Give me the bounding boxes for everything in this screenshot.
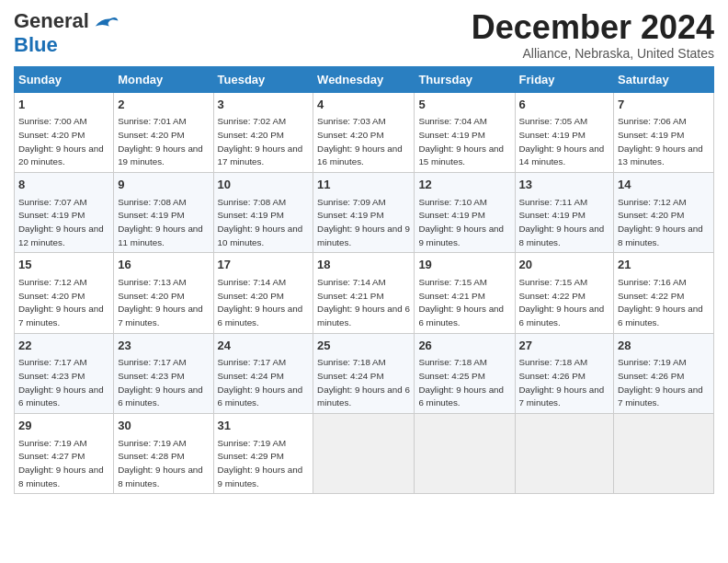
calendar-cell: 11Sunrise: 7:09 AMSunset: 4:19 PMDayligh… [313,172,415,252]
day-number: 10 [218,177,310,193]
day-number: 30 [118,418,209,434]
day-info: Sunrise: 7:02 AMSunset: 4:20 PMDaylight:… [218,116,303,167]
calendar-cell: 10Sunrise: 7:08 AMSunset: 4:19 PMDayligh… [213,172,313,252]
day-number: 9 [118,177,209,193]
calendar-cell: 1Sunrise: 7:00 AMSunset: 4:20 PMDaylight… [15,92,114,172]
day-info: Sunrise: 7:19 AMSunset: 4:29 PMDaylight:… [218,438,303,488]
calendar-cell: 17Sunrise: 7:14 AMSunset: 4:20 PMDayligh… [213,253,313,333]
day-header-thursday: Thursday [415,66,515,92]
calendar-cell: 4Sunrise: 7:03 AMSunset: 4:20 PMDaylight… [313,92,415,172]
calendar-cell: 20Sunrise: 7:15 AMSunset: 4:22 PMDayligh… [515,253,614,333]
day-number: 22 [18,338,109,354]
day-number: 2 [118,97,209,113]
calendar-week-5: 29Sunrise: 7:19 AMSunset: 4:27 PMDayligh… [15,414,714,494]
day-number: 5 [418,97,510,113]
day-number: 28 [618,338,710,354]
day-number: 16 [118,257,209,273]
calendar-cell [614,414,714,494]
calendar-cell: 5Sunrise: 7:04 AMSunset: 4:19 PMDaylight… [415,92,515,172]
day-header-monday: Monday [114,66,213,92]
calendar-cell: 7Sunrise: 7:06 AMSunset: 4:19 PMDaylight… [614,92,714,172]
day-info: Sunrise: 7:05 AMSunset: 4:19 PMDaylight:… [519,116,605,167]
day-header-saturday: Saturday [614,66,714,92]
day-number: 12 [418,177,510,193]
day-number: 29 [18,418,109,434]
day-header-tuesday: Tuesday [213,66,313,92]
day-info: Sunrise: 7:13 AMSunset: 4:20 PMDaylight:… [118,277,203,327]
calendar-cell: 15Sunrise: 7:12 AMSunset: 4:20 PMDayligh… [15,253,114,333]
day-number: 6 [519,97,610,113]
calendar-cell: 25Sunrise: 7:18 AMSunset: 4:24 PMDayligh… [313,333,415,413]
calendar-cell: 26Sunrise: 7:18 AMSunset: 4:25 PMDayligh… [415,333,515,413]
day-header-sunday: Sunday [15,66,114,92]
day-info: Sunrise: 7:12 AMSunset: 4:20 PMDaylight:… [18,277,104,327]
day-info: Sunrise: 7:18 AMSunset: 4:25 PMDaylight:… [418,357,504,408]
calendar-cell: 8Sunrise: 7:07 AMSunset: 4:19 PMDaylight… [15,172,114,252]
calendar-header-row: SundayMondayTuesdayWednesdayThursdayFrid… [15,66,714,92]
calendar-cell: 12Sunrise: 7:10 AMSunset: 4:19 PMDayligh… [415,172,515,252]
calendar-cell [415,414,515,494]
day-info: Sunrise: 7:14 AMSunset: 4:21 PMDaylight:… [317,277,410,327]
day-info: Sunrise: 7:18 AMSunset: 4:26 PMDaylight:… [519,357,605,408]
logo-general: General [14,9,89,33]
day-info: Sunrise: 7:07 AMSunset: 4:19 PMDaylight:… [18,197,104,247]
day-info: Sunrise: 7:14 AMSunset: 4:20 PMDaylight:… [218,277,303,327]
day-info: Sunrise: 7:15 AMSunset: 4:21 PMDaylight:… [418,277,504,327]
page-title: December 2024 [472,9,714,46]
logo-blue-text: Blue [14,33,58,57]
calendar-cell: 22Sunrise: 7:17 AMSunset: 4:23 PMDayligh… [15,333,114,413]
day-info: Sunrise: 7:00 AMSunset: 4:20 PMDaylight:… [18,116,104,167]
calendar-cell: 13Sunrise: 7:11 AMSunset: 4:19 PMDayligh… [515,172,614,252]
calendar-week-2: 8Sunrise: 7:07 AMSunset: 4:19 PMDaylight… [15,172,714,252]
day-number: 31 [218,418,310,434]
day-number: 21 [618,257,710,273]
day-info: Sunrise: 7:17 AMSunset: 4:24 PMDaylight:… [218,357,303,408]
page-subtitle: Alliance, Nebraska, United States [472,46,714,61]
day-number: 18 [317,257,410,273]
day-info: Sunrise: 7:19 AMSunset: 4:27 PMDaylight:… [18,438,104,488]
day-number: 19 [418,257,510,273]
day-info: Sunrise: 7:10 AMSunset: 4:19 PMDaylight:… [418,197,504,247]
day-header-wednesday: Wednesday [313,66,415,92]
day-number: 25 [317,338,410,354]
day-info: Sunrise: 7:16 AMSunset: 4:22 PMDaylight:… [618,277,703,327]
day-header-friday: Friday [515,66,614,92]
day-number: 14 [618,177,710,193]
day-number: 17 [218,257,310,273]
day-info: Sunrise: 7:08 AMSunset: 4:19 PMDaylight:… [218,197,303,247]
day-info: Sunrise: 7:08 AMSunset: 4:19 PMDaylight:… [118,197,203,247]
day-number: 1 [18,97,109,113]
day-number: 20 [519,257,610,273]
calendar-week-3: 15Sunrise: 7:12 AMSunset: 4:20 PMDayligh… [15,253,714,333]
calendar-cell: 24Sunrise: 7:17 AMSunset: 4:24 PMDayligh… [213,333,313,413]
logo-bird-icon [92,14,119,30]
calendar-cell: 18Sunrise: 7:14 AMSunset: 4:21 PMDayligh… [313,253,415,333]
calendar-cell: 27Sunrise: 7:18 AMSunset: 4:26 PMDayligh… [515,333,614,413]
day-number: 13 [519,177,610,193]
calendar-cell: 19Sunrise: 7:15 AMSunset: 4:21 PMDayligh… [415,253,515,333]
day-info: Sunrise: 7:09 AMSunset: 4:19 PMDaylight:… [317,197,410,247]
calendar-cell: 14Sunrise: 7:12 AMSunset: 4:20 PMDayligh… [614,172,714,252]
calendar-cell [313,414,415,494]
day-info: Sunrise: 7:18 AMSunset: 4:24 PMDaylight:… [317,357,410,408]
calendar-cell: 23Sunrise: 7:17 AMSunset: 4:23 PMDayligh… [114,333,213,413]
calendar-cell: 16Sunrise: 7:13 AMSunset: 4:20 PMDayligh… [114,253,213,333]
calendar-cell: 9Sunrise: 7:08 AMSunset: 4:19 PMDaylight… [114,172,213,252]
day-info: Sunrise: 7:19 AMSunset: 4:26 PMDaylight:… [618,357,703,408]
calendar-week-4: 22Sunrise: 7:17 AMSunset: 4:23 PMDayligh… [15,333,714,413]
day-info: Sunrise: 7:17 AMSunset: 4:23 PMDaylight:… [18,357,104,408]
calendar-cell: 2Sunrise: 7:01 AMSunset: 4:20 PMDaylight… [114,92,213,172]
day-number: 3 [218,97,310,113]
day-info: Sunrise: 7:03 AMSunset: 4:20 PMDaylight:… [317,116,403,167]
calendar-cell: 28Sunrise: 7:19 AMSunset: 4:26 PMDayligh… [614,333,714,413]
day-info: Sunrise: 7:17 AMSunset: 4:23 PMDaylight:… [118,357,203,408]
day-info: Sunrise: 7:19 AMSunset: 4:28 PMDaylight:… [118,438,203,488]
day-number: 7 [618,97,710,113]
calendar-cell: 31Sunrise: 7:19 AMSunset: 4:29 PMDayligh… [213,414,313,494]
day-info: Sunrise: 7:11 AMSunset: 4:19 PMDaylight:… [519,197,605,247]
calendar-cell: 29Sunrise: 7:19 AMSunset: 4:27 PMDayligh… [15,414,114,494]
day-number: 15 [18,257,109,273]
title-area: December 2024 Alliance, Nebraska, United… [472,9,714,61]
calendar-cell: 30Sunrise: 7:19 AMSunset: 4:28 PMDayligh… [114,414,213,494]
logo: General Blue [14,9,119,57]
